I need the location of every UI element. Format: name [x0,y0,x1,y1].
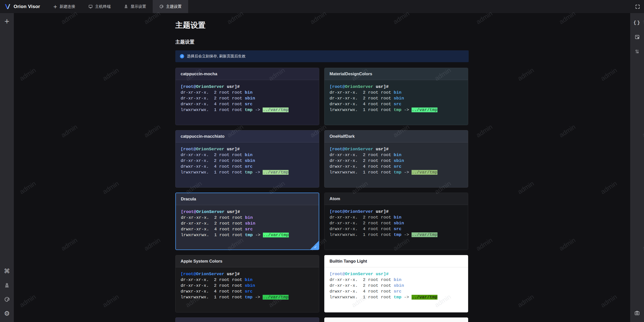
theme-card-header: Apple System Colors [176,255,319,267]
nav-label: 显示设置 [131,4,146,9]
terminal-prompt-line: [root@OrionServer usr]# [330,271,463,277]
nav-item-new-connection[interactable]: + 新建连接 [47,0,82,13]
nav-item-theme-settings[interactable]: 主题设置 [153,0,188,13]
terminal-preview: [root@OrionServer usr]# dr-xr-xr-x. 2 ro… [176,142,319,175]
theme-card[interactable]: catppuccin-macchiato [root@OrionServer u… [175,130,319,188]
right-sidebar: {} [630,13,644,322]
section-title: 主题设置 [175,39,469,45]
display-settings-button[interactable] [3,281,12,290]
fullscreen-icon[interactable] [635,4,640,9]
terminal-line: dr-xr-xr-x. 2 root root sbin [181,283,314,289]
sort-button[interactable] [633,47,642,56]
terminal-prompt-line: [root@OrionServer usr]# [330,84,463,90]
gear-icon: ⚙ [4,310,10,317]
terminal-line: drwxr-xr-x. 4 root root src [330,164,463,169]
palette-icon [159,4,164,9]
terminal-line: drwxr-xr-x. 4 root root src [181,164,314,169]
check-icon: ✓ [314,245,317,249]
theme-card[interactable]: catppuccin-mocha [root@OrionServer usr]#… [175,68,319,125]
terminal-line: dr-xr-xr-x. 2 root root sbin [330,220,463,226]
bookmark-doc-button[interactable] [633,32,642,42]
terminal-prompt-line: [root@OrionServer usr]# [330,146,463,152]
terminal-line: dr-xr-xr-x. 2 root root sbin [181,95,314,101]
orion-visor-logo-icon [4,3,11,10]
theme-card[interactable]: Atom [root@OrionServer usr]# dr-xr-xr-x.… [324,193,468,250]
info-alert-text: 选择后会立刻保存, 刷新页面后生效 [187,54,246,59]
terminal-preview: [root@OrionServer usr]# dr-xr-xr-x. 2 ro… [325,142,468,175]
terminal-line: dr-xr-xr-x. 2 root root bin [330,152,463,158]
theme-card-header: catppuccin-mocha [176,68,319,80]
plus-icon: + [4,18,10,24]
theme-card-title: Atom [330,196,340,201]
theme-card-title: catppuccin-macchiato [181,134,224,139]
terminal-line: drwxr-xr-x. 4 root root src [330,101,463,107]
monitor-icon [88,4,93,9]
main-nav: + 新建连接 主机终端 显示设置 [47,0,188,13]
brand: Orion Visor [0,0,47,13]
top-header: Orion Visor + 新建连接 主机终端 显示 [0,0,644,13]
terminal-line: dr-xr-xr-x. 2 root root bin [181,152,314,158]
terminal-line: dr-xr-xr-x. 2 root root bin [330,90,463,95]
info-icon: i [180,54,184,58]
palette-icon [4,296,10,302]
theme-card-title: Builtin Tango Light [330,259,367,264]
nav-label: 主题设置 [166,4,182,9]
stamp-icon [124,4,128,9]
terminal-line: lrwxrwxrwx. 1 root root tmp -> ../var/tm… [181,107,314,113]
terminal-prompt-line: [root@OrionServer usr]# [181,84,314,90]
stamp-icon [4,282,10,288]
terminal-line: dr-xr-xr-x. 2 root root bin [181,277,314,283]
doc-bookmark-icon [634,34,640,40]
theme-settings-button[interactable] [3,295,12,304]
terminal-preview: [root@OrionServer usr]# dr-xr-xr-x. 2 ro… [176,80,319,113]
theme-card[interactable]: Builtin Tango Light [root@OrionServer us… [324,255,468,312]
theme-card[interactable]: OneHalfDark [root@OrionServer usr]# dr-x… [324,130,468,188]
theme-grid: catppuccin-mocha [root@OrionServer usr]#… [175,68,469,322]
terminal-line: lrwxrwxrwx. 1 root root tmp -> ../var/tm… [330,232,463,238]
screenshot-button[interactable] [633,308,642,317]
json-view-button[interactable]: {} [633,18,642,27]
terminal-preview: [root@OrionServer usr]# dr-xr-xr-x. 2 ro… [176,267,319,300]
info-alert: i 选择后会立刻保存, 刷新页面后生效 [175,50,469,62]
terminal-preview: [root@OrionServer usr]# dr-xr-xr-x. 2 ro… [325,267,468,300]
terminal-line: dr-xr-xr-x. 2 root root sbin [330,95,463,101]
theme-card-header: Builtin Tango Light [325,255,468,267]
brand-title: Orion Visor [14,4,40,9]
camera-icon [634,310,640,316]
terminal-line: drwxr-xr-x. 4 root root src [181,226,314,232]
terminal-prompt-line: [root@OrionServer usr]# [181,271,314,277]
terminal-line: drwxr-xr-x. 4 root root src [330,226,463,232]
terminal-prompt-line: [root@OrionServer usr]# [181,209,314,215]
terminal-line: lrwxrwxrwx. 1 root root tmp -> ../var/tm… [181,294,314,300]
terminal-prompt-line: [root@OrionServer usr]# [330,209,463,214]
new-panel-button[interactable]: + [3,17,12,26]
terminal-line: dr-xr-xr-x. 2 root root sbin [330,283,463,289]
theme-card-title: catppuccin-mocha [181,71,217,76]
page-title: 主题设置 [175,20,469,30]
terminal-line: dr-xr-xr-x. 2 root root bin [181,90,314,95]
nav-label: 主机终端 [95,4,111,9]
theme-card[interactable]: Dracula [root@OrionServer usr]# dr-xr-xr… [175,193,319,250]
selected-check-corner: ✓ [310,241,319,250]
sort-arrows-icon [634,49,640,54]
settings-button[interactable]: ⚙ [3,309,12,318]
terminal-line: lrwxrwxrwx. 1 root root tmp -> ../var/tm… [181,232,314,238]
theme-card-partial[interactable] [324,317,468,322]
theme-card[interactable]: Apple System Colors [root@OrionServer us… [175,255,319,312]
nav-item-display-settings[interactable]: 显示设置 [117,0,153,13]
terminal-line: dr-xr-xr-x. 2 root root sbin [181,221,314,226]
nav-item-host-terminal[interactable]: 主机终端 [82,0,117,13]
theme-card-partial[interactable] [175,317,319,322]
theme-card-header: Atom [325,193,468,205]
theme-card-header: Dracula [176,193,319,205]
terminal-preview: [root@OrionServer usr]# dr-xr-xr-x. 2 ro… [325,80,468,113]
terminal-line: dr-xr-xr-x. 2 root root sbin [330,158,463,164]
command-shortcuts-button[interactable]: ⌘ [3,267,12,276]
theme-card[interactable]: MaterialDesignColors [root@OrionServer u… [324,68,468,125]
terminal-line: dr-xr-xr-x. 2 root root bin [330,277,463,283]
plus-icon: + [53,4,57,9]
terminal-preview: [root@OrionServer usr]# dr-xr-xr-x. 2 ro… [176,205,319,238]
terminal-line: lrwxrwxrwx. 1 root root tmp -> ../var/tm… [330,294,463,300]
terminal-line: lrwxrwxrwx. 1 root root tmp -> ../var/tm… [330,107,463,113]
nav-label: 新建连接 [60,4,75,9]
